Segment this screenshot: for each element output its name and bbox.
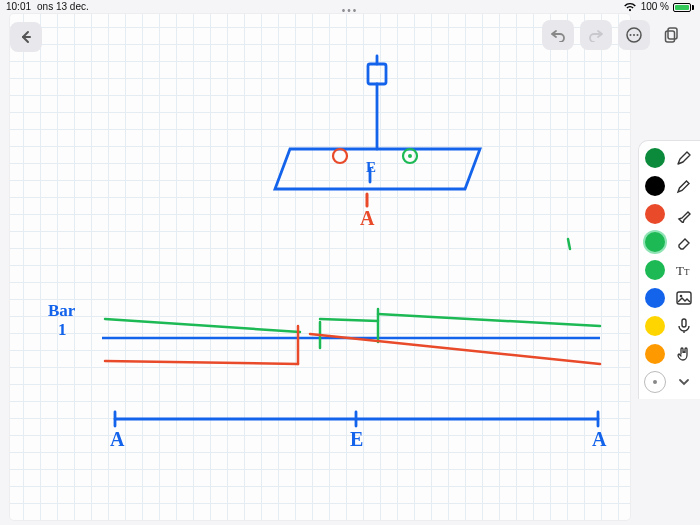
pencil-icon [675, 177, 693, 195]
label-bar: Bar [48, 301, 76, 320]
arrow-left-icon [19, 30, 33, 44]
chevron-down-icon [677, 377, 691, 387]
svg-rect-33 [682, 319, 686, 327]
color-swatch-red[interactable] [645, 204, 665, 224]
redo-icon [588, 28, 604, 42]
label-E-mid: E [350, 428, 363, 450]
sketch-layer: E A Bar 1 A E A [10, 14, 630, 520]
text-icon: TT [675, 261, 693, 279]
top-actions [542, 20, 688, 50]
highlighter-tool[interactable] [673, 203, 695, 225]
svg-point-32 [679, 295, 682, 298]
pen-tool[interactable] [673, 147, 695, 169]
label-E-top: E [366, 159, 376, 175]
svg-rect-28 [666, 31, 675, 42]
copy-button[interactable] [656, 20, 688, 50]
status-time: 10:01 [6, 0, 31, 14]
svg-rect-27 [668, 28, 677, 39]
back-button[interactable] [10, 22, 42, 52]
battery-text: 100 % [641, 0, 669, 14]
mic-tool[interactable] [673, 315, 695, 337]
svg-point-6 [408, 154, 412, 158]
pencil-tool[interactable] [673, 175, 695, 197]
svg-line-10 [320, 319, 378, 321]
eraser-icon [675, 233, 693, 251]
color-swatch-darkgreen[interactable] [645, 148, 665, 168]
highlighter-icon [675, 205, 693, 223]
image-tool[interactable] [673, 287, 695, 309]
svg-point-4 [333, 149, 347, 163]
svg-text:T: T [684, 267, 690, 277]
svg-rect-1 [368, 64, 386, 84]
image-icon [675, 289, 693, 307]
label-A-right: A [592, 428, 607, 450]
color-swatch-orange[interactable] [645, 344, 665, 364]
color-swatch-black[interactable] [645, 176, 665, 196]
gesture-tool[interactable] [673, 343, 695, 365]
svg-point-25 [633, 34, 635, 36]
svg-point-24 [630, 34, 632, 36]
status-bar: 10:01 ons 13 dec. ••• 100 % [0, 0, 700, 14]
svg-line-21 [568, 239, 570, 249]
battery-icon [673, 3, 694, 12]
svg-rect-31 [677, 292, 691, 304]
color-swatch-yellow[interactable] [645, 316, 665, 336]
more-button[interactable] [618, 20, 650, 50]
undo-button[interactable] [542, 20, 574, 50]
color-swatch-blue[interactable] [645, 288, 665, 308]
label-one: 1 [58, 320, 67, 339]
svg-point-26 [637, 34, 639, 36]
hand-icon [675, 345, 693, 363]
color-swatch-green-selected[interactable] [645, 232, 665, 252]
drawing-canvas[interactable]: E A Bar 1 A E A [10, 14, 630, 520]
copy-icon [663, 26, 681, 44]
redo-button[interactable] [580, 20, 612, 50]
label-A-left: A [110, 428, 125, 450]
stroke-size-knob[interactable] [644, 371, 666, 393]
pen-icon [675, 149, 693, 167]
svg-line-14 [105, 361, 298, 364]
multitask-dots-icon[interactable]: ••• [342, 4, 359, 18]
svg-line-9 [105, 319, 300, 332]
undo-icon [550, 28, 566, 42]
tools-palette: TT [638, 140, 700, 399]
status-date: ons 13 dec. [37, 0, 89, 14]
text-tool[interactable]: TT [673, 259, 695, 281]
svg-line-11 [378, 314, 600, 326]
svg-text:T: T [676, 263, 684, 278]
color-swatch-green[interactable] [645, 260, 665, 280]
expand-tools[interactable] [673, 375, 695, 389]
more-icon [625, 26, 643, 44]
label-A-top: A [360, 207, 375, 229]
eraser-tool[interactable] [673, 231, 695, 253]
mic-icon [675, 317, 693, 335]
wifi-icon [623, 2, 637, 12]
